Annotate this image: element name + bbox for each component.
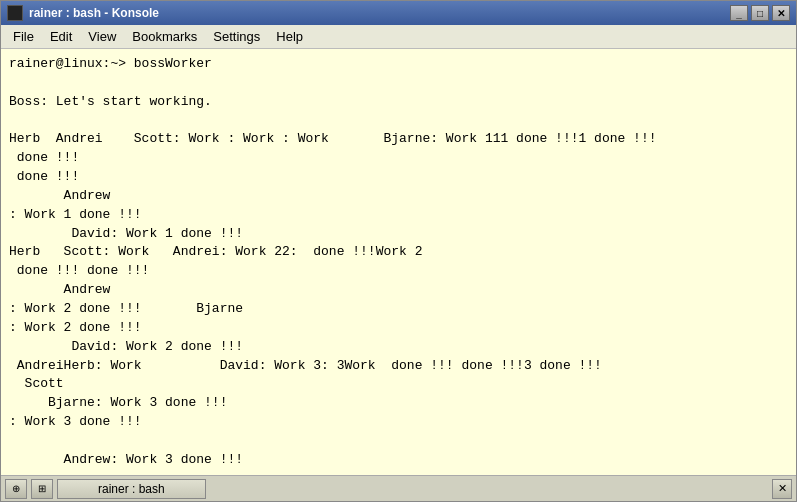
window-title: rainer : bash - Konsole [29, 6, 730, 20]
tab-close-button[interactable]: ✕ [772, 479, 792, 499]
split-button[interactable]: ⊞ [31, 479, 53, 499]
menu-help[interactable]: Help [268, 27, 311, 46]
window-controls: _ □ ✕ [730, 5, 790, 21]
statusbar: ⊕ ⊞ rainer : bash ✕ [1, 475, 796, 501]
terminal-tab[interactable]: rainer : bash [57, 479, 206, 499]
menu-view[interactable]: View [80, 27, 124, 46]
new-tab-button[interactable]: ⊕ [5, 479, 27, 499]
menu-edit[interactable]: Edit [42, 27, 80, 46]
konsole-window: rainer : bash - Konsole _ □ ✕ File Edit … [0, 0, 797, 502]
terminal-output[interactable]: rainer@linux:~> bossWorker Boss: Let's s… [1, 49, 796, 475]
menu-settings[interactable]: Settings [205, 27, 268, 46]
maximize-button[interactable]: □ [751, 5, 769, 21]
menu-file[interactable]: File [5, 27, 42, 46]
minimize-button[interactable]: _ [730, 5, 748, 21]
menubar: File Edit View Bookmarks Settings Help [1, 25, 796, 49]
titlebar: rainer : bash - Konsole _ □ ✕ [1, 1, 796, 25]
menu-bookmarks[interactable]: Bookmarks [124, 27, 205, 46]
close-button[interactable]: ✕ [772, 5, 790, 21]
app-icon [7, 5, 23, 21]
